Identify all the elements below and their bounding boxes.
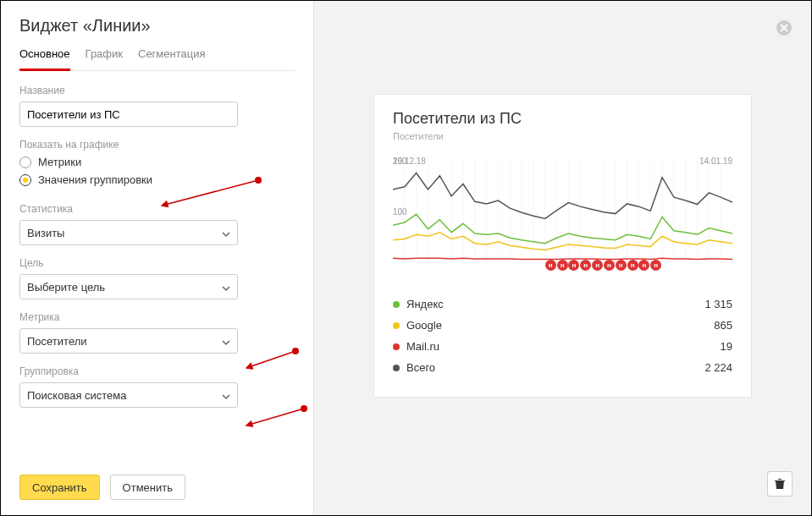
holiday-markers: нннннннннн — [393, 260, 732, 272]
radio-group-values-label: Значения группировки — [38, 173, 152, 186]
preview-panel: Посетители из ПС Посетители 200 100 нннн… — [314, 1, 811, 515]
legend-name: Google — [406, 319, 442, 332]
legend-value: 865 — [714, 319, 732, 332]
legend-name: Mail.ru — [406, 340, 439, 353]
legend-dot-icon — [393, 365, 400, 371]
chart-lines — [393, 156, 732, 266]
tab-chart[interactable]: График — [86, 47, 123, 70]
metric-select[interactable]: Посетители — [19, 328, 238, 354]
preview-title: Посетители из ПС — [393, 110, 732, 128]
chevron-down-icon — [222, 283, 230, 291]
stat-select[interactable]: Визиты — [19, 220, 238, 245]
show-on-chart-label: Показать на графике — [19, 139, 295, 151]
legend-row: Яндекс1 315 — [393, 294, 732, 315]
holiday-marker: н — [604, 260, 615, 271]
legend-name: Всего — [406, 361, 435, 374]
holiday-marker: н — [545, 260, 556, 271]
radio-icon — [19, 156, 31, 168]
chevron-down-icon — [222, 391, 230, 399]
tabs: Основное График Сегментация — [19, 47, 295, 71]
holiday-marker: н — [557, 260, 568, 271]
legend-row: Mail.ru19 — [393, 336, 732, 357]
holiday-marker: н — [568, 260, 579, 271]
save-button[interactable]: Сохранить — [19, 475, 100, 500]
chevron-down-icon — [222, 228, 230, 237]
close-button[interactable] — [776, 19, 793, 36]
legend: Яндекс1 315Google865Mail.ru19Всего2 224 — [393, 294, 732, 378]
radio-icon — [19, 174, 31, 186]
grouping-label: Группировка — [19, 365, 295, 377]
dialog-title: Виджет «Линии» — [19, 16, 295, 36]
holiday-marker: н — [616, 260, 627, 271]
preview-subtitle: Посетители — [393, 131, 732, 141]
legend-row: Всего2 224 — [393, 357, 732, 378]
name-input[interactable] — [19, 102, 238, 127]
chevron-down-icon — [222, 337, 230, 345]
legend-dot-icon — [393, 343, 400, 350]
preview-card: Посетители из ПС Посетители 200 100 нннн… — [373, 94, 752, 398]
legend-dot-icon — [393, 301, 400, 308]
holiday-marker: н — [592, 260, 603, 271]
legend-value: 1 315 — [704, 298, 732, 310]
legend-name: Яндекс — [406, 298, 444, 310]
holiday-marker: н — [580, 260, 591, 271]
holiday-marker: н — [627, 260, 638, 271]
goal-select[interactable]: Выберите цель — [19, 274, 238, 299]
name-label: Название — [19, 85, 295, 96]
stat-label: Статистика — [19, 203, 295, 215]
radio-group-values[interactable]: Значения группировки — [19, 173, 295, 186]
metric-value: Посетители — [27, 335, 87, 348]
stat-value: Визиты — [27, 227, 64, 239]
cancel-button[interactable]: Отменить — [110, 475, 185, 500]
grouping-value: Поисковая система — [27, 389, 127, 402]
tab-main[interactable]: Основное — [19, 47, 70, 71]
legend-dot-icon — [393, 322, 400, 329]
tab-segmentation[interactable]: Сегментация — [138, 47, 206, 70]
radio-metrics[interactable]: Метрики — [19, 156, 295, 168]
grouping-select[interactable]: Поисковая система — [19, 382, 238, 408]
goal-label: Цель — [19, 257, 295, 269]
settings-panel: Виджет «Линии» Основное График Сегментац… — [1, 1, 314, 515]
holiday-marker: н — [638, 260, 649, 271]
goal-value: Выберите цель — [27, 281, 105, 294]
holiday-marker: н — [650, 260, 661, 271]
radio-metrics-label: Метрики — [38, 156, 81, 168]
legend-value: 19 — [721, 340, 732, 353]
legend-row: Google865 — [393, 315, 732, 336]
delete-button[interactable] — [767, 471, 793, 497]
metric-label: Метрика — [19, 311, 295, 323]
legend-value: 2 224 — [704, 361, 732, 374]
chart: 200 100 нннннннннн 16.12.18 14.01.19 — [393, 156, 732, 283]
